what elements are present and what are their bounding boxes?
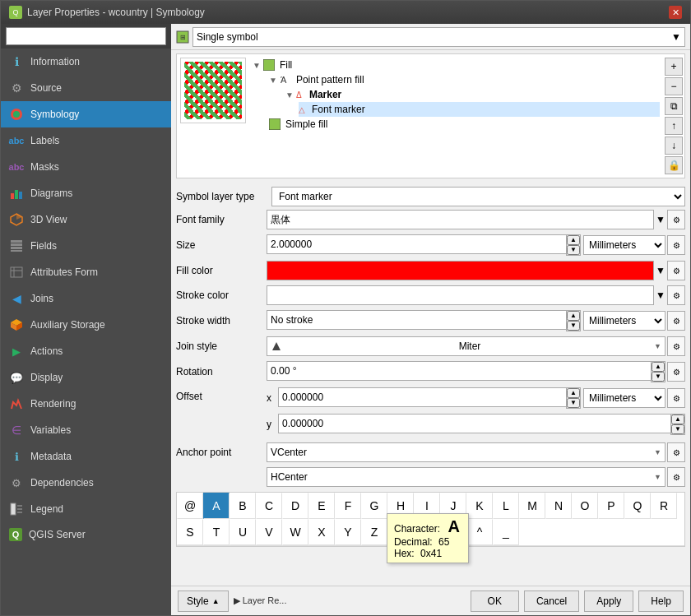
char-cell[interactable]: ^ xyxy=(466,519,493,545)
stroke-width-down-btn[interactable]: ▼ xyxy=(567,321,580,331)
close-button[interactable]: ✕ xyxy=(669,6,682,19)
stroke-color-data-btn[interactable]: ⚙ xyxy=(667,285,685,305)
fill-color-data-btn[interactable]: ⚙ xyxy=(667,261,685,280)
char-cell[interactable]: _ xyxy=(493,519,519,545)
sidebar-item-auxiliary-storage[interactable]: Auxiliary Storage xyxy=(1,312,171,338)
join-style-data-btn[interactable]: ⚙ xyxy=(667,336,685,356)
cancel-button[interactable]: Cancel xyxy=(524,591,579,612)
anchor-vcenter-data-btn[interactable]: ⚙ xyxy=(667,442,685,462)
char-cell[interactable]: T xyxy=(203,519,230,545)
char-cell[interactable]: G xyxy=(361,493,387,519)
sidebar-item-attributes-form[interactable]: Attributes Form xyxy=(1,259,171,285)
size-unit-select[interactable]: Millimeters xyxy=(583,235,665,255)
stroke-color-picker[interactable] xyxy=(267,285,654,305)
char-cell[interactable]: M xyxy=(519,493,545,519)
rotation-data-btn[interactable]: ⚙ xyxy=(667,362,685,382)
tree-down-button[interactable]: ↓ xyxy=(665,137,683,155)
char-cell[interactable]: K xyxy=(466,493,493,519)
char-cell[interactable]: X xyxy=(308,519,335,545)
offset-y-input[interactable] xyxy=(278,414,670,433)
sidebar-item-fields[interactable]: Fields xyxy=(1,233,171,259)
char-cell[interactable]: B xyxy=(230,493,256,519)
sidebar-item-rendering[interactable]: Rendering xyxy=(1,391,171,417)
sidebar-item-metadata[interactable]: ℹ Metadata xyxy=(1,443,171,470)
sidebar-item-variables[interactable]: ∈ Variables xyxy=(1,417,171,443)
sidebar-item-dependencies[interactable]: ⚙ Dependencies xyxy=(1,470,171,496)
tree-remove-button[interactable]: − xyxy=(665,77,683,95)
join-style-select[interactable]: Miter ▼ xyxy=(267,336,665,356)
char-cell[interactable]: Y xyxy=(335,519,361,545)
tree-item-pattern-fill[interactable]: ▼ Ά Point pattern fill xyxy=(269,72,660,87)
tree-lock-button[interactable]: 🔒 xyxy=(665,156,683,174)
char-cell[interactable]: L xyxy=(493,493,519,519)
sidebar-item-symbology[interactable]: Symbology xyxy=(1,101,171,127)
char-cell[interactable]: V xyxy=(256,519,282,545)
stroke-width-up-btn[interactable]: ▲ xyxy=(567,311,580,321)
char-cell[interactable]: D xyxy=(282,493,308,519)
size-up-btn[interactable]: ▲ xyxy=(567,235,580,245)
sidebar-item-actions[interactable]: ▶ Actions xyxy=(1,338,171,364)
anchor-vcenter-select[interactable]: VCenter ▼ xyxy=(267,442,665,462)
tree-duplicate-button[interactable]: ⧉ xyxy=(665,97,683,115)
char-cell[interactable]: N xyxy=(545,493,572,519)
size-data-btn[interactable]: ⚙ xyxy=(667,235,685,255)
char-cell[interactable]: F xyxy=(335,493,361,519)
sidebar-item-display[interactable]: 💬 Display xyxy=(1,364,171,391)
sidebar-item-qgis-server[interactable]: Q QGIS Server xyxy=(1,522,171,547)
char-cell[interactable]: Z xyxy=(361,519,387,545)
sidebar-item-masks[interactable]: abc Masks xyxy=(1,154,171,180)
sidebar-item-diagrams[interactable]: Diagrams xyxy=(1,180,171,206)
char-cell[interactable]: C xyxy=(256,493,282,519)
ok-button[interactable]: OK xyxy=(471,591,519,612)
size-input[interactable] xyxy=(267,234,566,254)
anchor-hcenter-data-btn[interactable]: ⚙ xyxy=(667,467,685,487)
rotation-input[interactable] xyxy=(267,361,651,381)
char-cell[interactable]: Q xyxy=(624,493,651,519)
tree-item-font-marker[interactable]: △ Font marker xyxy=(299,102,660,117)
apply-button[interactable]: Apply xyxy=(584,591,633,612)
tree-item-marker[interactable]: ▼ Δ Marker xyxy=(285,87,660,102)
font-family-input[interactable] xyxy=(267,210,654,229)
char-cell[interactable]: U xyxy=(230,519,256,545)
tree-item-fill[interactable]: ▼ Fill xyxy=(253,58,660,72)
stroke-width-data-btn[interactable]: ⚙ xyxy=(667,311,685,331)
offset-y-down-btn[interactable]: ▼ xyxy=(671,424,684,434)
stroke-width-input[interactable] xyxy=(267,310,566,330)
char-cell[interactable]: E xyxy=(308,493,335,519)
style-button[interactable]: Style ▲ xyxy=(178,591,229,612)
sidebar-item-3dview[interactable]: 3D View xyxy=(1,206,171,233)
rotation-up-btn[interactable]: ▲ xyxy=(652,362,665,372)
offset-unit-select[interactable]: Millimeters xyxy=(583,388,665,408)
tree-item-simple-fill[interactable]: Simple fill xyxy=(269,117,660,132)
offset-y-up-btn[interactable]: ▲ xyxy=(671,415,684,424)
sidebar-item-legend[interactable]: Legend xyxy=(1,496,171,522)
char-cell[interactable]: P xyxy=(598,493,624,519)
sidebar-item-source[interactable]: ⚙ Source xyxy=(1,75,171,101)
rotation-down-btn[interactable]: ▼ xyxy=(652,372,665,382)
tree-up-button[interactable]: ↑ xyxy=(665,117,683,135)
offset-x-down-btn[interactable]: ▼ xyxy=(567,398,580,408)
sidebar-item-joins[interactable]: ◀ Joins xyxy=(1,285,171,312)
char-cell[interactable]: W xyxy=(282,519,308,545)
size-down-btn[interactable]: ▼ xyxy=(567,245,580,255)
offset-x-input[interactable] xyxy=(278,387,566,407)
help-button[interactable]: Help xyxy=(638,591,684,612)
offset-data-btn[interactable]: ⚙ xyxy=(667,388,685,408)
symbol-dropdown[interactable]: Single symbol ▼ xyxy=(192,27,685,47)
tree-add-button[interactable]: + xyxy=(665,58,683,76)
stroke-width-unit-select[interactable]: Millimeters xyxy=(583,311,665,331)
char-cell[interactable]: S xyxy=(177,519,203,545)
sidebar-item-labels[interactable]: abc Labels xyxy=(1,127,171,154)
char-cell[interactable]: O xyxy=(572,493,598,519)
layer-type-select[interactable]: Font marker xyxy=(271,187,685,206)
anchor-hcenter-select[interactable]: HCenter ▼ xyxy=(267,467,665,487)
offset-x-up-btn[interactable]: ▲ xyxy=(567,388,580,398)
rotation-spinners: ▲ ▼ xyxy=(651,361,665,382)
sidebar-item-information[interactable]: ℹ Information xyxy=(1,49,171,75)
font-family-data-btn[interactable]: ⚙ xyxy=(667,210,685,229)
search-input[interactable] xyxy=(6,27,166,45)
char-cell[interactable]: @ xyxy=(177,493,203,519)
char-cell[interactable]: A xyxy=(203,493,230,519)
char-cell[interactable]: R xyxy=(651,493,677,519)
fill-color-picker[interactable] xyxy=(267,261,654,280)
